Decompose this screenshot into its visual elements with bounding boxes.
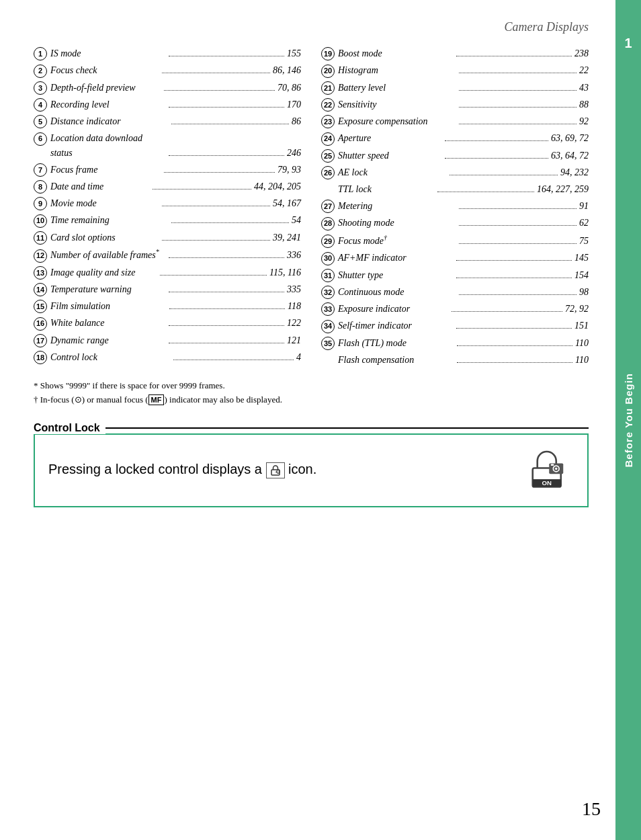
item-label: Recording level: [50, 97, 166, 112]
item-label: Shutter speed: [338, 149, 442, 163]
item-label: Distance indicator: [50, 114, 169, 128]
item-label: Exposure indicator: [338, 302, 449, 316]
list-item: 15 Film simulation 118: [34, 299, 301, 313]
item-dots: [457, 345, 573, 346]
item-label: Card slot options: [50, 230, 159, 245]
item-number: 10: [34, 214, 47, 228]
item-label: Self-timer indicator: [338, 319, 454, 333]
lock-icon: ON: [527, 447, 574, 494]
item-page: 54, 167: [273, 196, 301, 210]
item-number: 8: [34, 180, 47, 194]
item-dots: [456, 278, 572, 278]
item-dots: [164, 90, 275, 91]
item-page: 88: [579, 97, 589, 112]
item-label: Histogram: [338, 63, 456, 77]
item-page: 110: [575, 353, 589, 367]
item-number: 3: [34, 81, 47, 95]
item-number: 25: [321, 149, 335, 163]
item-label: Shooting mode: [338, 216, 456, 230]
item-number: 33: [321, 302, 335, 316]
svg-text:ON: ON: [275, 471, 279, 474]
item-label: Flash compensation: [338, 353, 454, 367]
item-number: 26: [321, 166, 335, 179]
item-page: 246: [287, 146, 301, 160]
item-dots: [457, 362, 573, 363]
page-title: Camera Displays: [34, 20, 589, 34]
list-item: 28 Shooting mode 62: [321, 216, 589, 230]
item-dots: [169, 343, 284, 343]
sidebar-label: Before You Begin: [623, 373, 634, 467]
item-label: Dynamic range: [50, 333, 166, 347]
item-label: Film simulation: [50, 299, 167, 313]
item-dots: [459, 73, 577, 73]
item-dots: [164, 172, 275, 173]
item-page: 72, 92: [565, 302, 589, 316]
list-item: 34 Self-timer indicator 151: [321, 319, 589, 333]
list-item: 27 Metering 91: [321, 199, 589, 213]
list-item: 12 Number of available frames* 336: [34, 247, 301, 263]
item-dots: [452, 311, 562, 312]
item-dots: [171, 124, 290, 124]
item-dots: [456, 260, 572, 261]
list-item: 11 Card slot options 39, 241: [34, 230, 301, 245]
item-page: 94, 232: [560, 165, 589, 179]
item-page: 62: [579, 216, 589, 230]
item-page: 238: [574, 46, 589, 60]
item-number: 30: [321, 252, 335, 265]
item-label: Focus mode†: [338, 233, 456, 249]
note-asterisk: * Shows "9999" if there is space for ove…: [34, 379, 589, 393]
item-page: 121: [287, 333, 301, 347]
item-page: 154: [574, 268, 589, 282]
item-page: 155: [287, 46, 301, 60]
list-item: 18 Control lock 4: [34, 350, 301, 364]
item-number: 17: [34, 334, 47, 347]
item-dots: [459, 90, 577, 91]
item-label: Temperature warning: [50, 282, 166, 296]
list-item: 8 Date and time 44, 204, 205: [34, 179, 301, 194]
control-lock-section: Control Lock Pressing a locked control d…: [34, 422, 589, 507]
item-page: 91: [579, 199, 589, 213]
item-page: 335: [287, 282, 301, 296]
list-item: 1 IS mode 155: [34, 46, 301, 60]
item-dots: [459, 208, 577, 209]
item-number: 14: [34, 283, 47, 296]
item-dots: [459, 243, 577, 244]
list-item-sub: TTL lock 164, 227, 259: [321, 182, 589, 196]
item-dots: [169, 155, 284, 156]
item-label-cont: status: [50, 146, 166, 160]
list-item: 14 Temperature warning 335: [34, 282, 301, 296]
item-number: 6: [34, 132, 47, 146]
item-page: 39, 241: [273, 230, 301, 245]
item-number: 4: [34, 98, 47, 112]
control-lock-box: Pressing a locked control displays a ON …: [34, 433, 589, 507]
item-label: Flash (TTL) mode: [338, 336, 454, 350]
item-page: 70, 86: [277, 81, 301, 95]
item-number: 18: [34, 351, 47, 364]
item-dots: [169, 107, 284, 108]
sidebar-tab: 1 Before You Begin: [615, 0, 641, 840]
list-item: 19 Boost mode 238: [321, 46, 589, 60]
item-dots: [459, 294, 577, 295]
svg-rect-7: [551, 464, 554, 466]
item-number: 24: [321, 132, 335, 146]
list-item: 5 Distance indicator 86: [34, 114, 301, 128]
list-item: 23 Exposure compensation 92: [321, 114, 589, 128]
main-content: Camera Displays 1 IS mode 155 2 Focus ch…: [0, 0, 615, 528]
item-label: Control lock: [50, 350, 171, 364]
item-dots: [169, 292, 284, 292]
item-label: Number of available frames*: [50, 247, 166, 263]
list-item: 24 Aperture 63, 69, 72: [321, 131, 589, 145]
item-dots: [450, 175, 558, 175]
right-column: 19 Boost mode 238 20 Histogram 22 21 Bat…: [321, 46, 589, 370]
item-label: Time remaining: [50, 213, 169, 227]
notes-section: * Shows "9999" if there is space for ove…: [34, 379, 589, 407]
item-label: Date and time: [50, 179, 150, 194]
item-dots: [456, 328, 572, 329]
item-number: 7: [34, 163, 47, 177]
svg-point-6: [555, 467, 558, 470]
item-label: Focus check: [50, 63, 159, 77]
item-page: 43: [579, 81, 589, 95]
item-page: 145: [574, 251, 589, 265]
item-dots: [173, 360, 294, 360]
item-number: 19: [321, 47, 335, 60]
